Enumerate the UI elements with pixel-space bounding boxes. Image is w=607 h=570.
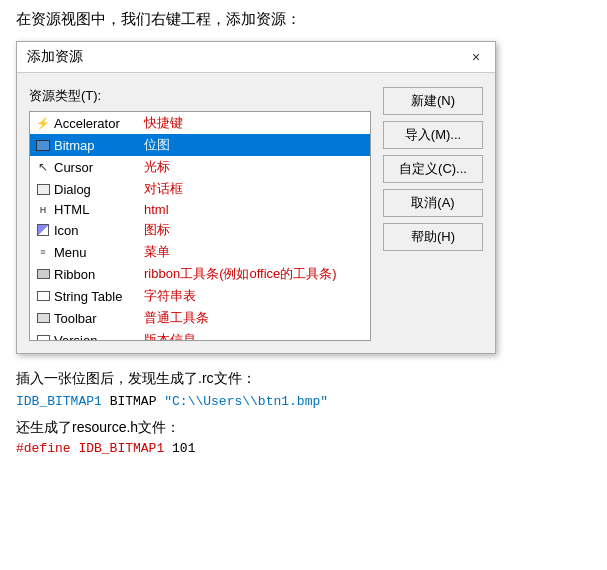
list-item[interactable]: HHTMLhtml [30,200,370,219]
dialog-titlebar: 添加资源 × [17,42,495,73]
item-name: HTML [54,202,144,217]
dialog-body: 资源类型(T): ⚡Accelerator快捷键Bitmap位图↖Cursor光… [17,73,495,353]
rc-file-code: IDB_BITMAP1 BITMAP "C:\\Users\\btn1.bmp" [16,394,591,409]
item-name: Dialog [54,182,144,197]
item-name: Icon [54,223,144,238]
bitmap-icon [34,138,52,152]
list-item[interactable]: Dialog对话框 [30,178,370,200]
list-item[interactable]: Icon图标 [30,219,370,241]
item-desc: 位图 [144,136,170,154]
icon-icon [34,223,52,237]
list-item[interactable]: Bitmap位图 [30,134,370,156]
item-desc: 字符串表 [144,287,196,305]
item-name: Accelerator [54,116,144,131]
stringtable-icon [34,289,52,303]
item-name: Toolbar [54,311,144,326]
dialog-icon [34,182,52,196]
item-name: Bitmap [54,138,144,153]
intro-text: 在资源视图中，我们右键工程，添加资源： [16,10,591,29]
custom-button[interactable]: 自定义(C)... [383,155,483,183]
list-item[interactable]: Toolbar普通工具条 [30,307,370,329]
rc-code-part1: IDB_BITMAP1 [16,394,102,409]
resource-type-label: 资源类型(T): [29,87,371,105]
item-name: Version [54,333,144,342]
list-item[interactable]: ⚡Accelerator快捷键 [30,112,370,134]
list-item[interactable]: Version版本信息 [30,329,370,341]
cancel-button[interactable]: 取消(A) [383,189,483,217]
item-name: Ribbon [54,267,144,282]
dialog-close-button[interactable]: × [467,48,485,66]
item-name: String Table [54,289,144,304]
item-name: Cursor [54,160,144,175]
ribbon-icon [34,267,52,281]
dialog-buttons-panel: 新建(N) 导入(M)... 自定义(C)... 取消(A) 帮助(H) [383,87,483,341]
add-resource-dialog: 添加资源 × 资源类型(T): ⚡Accelerator快捷键Bitmap位图↖… [16,41,496,354]
header-code-part1: #define IDB_BITMAP1 [16,441,164,456]
item-name: Menu [54,245,144,260]
dialog-title: 添加资源 [27,48,83,66]
section1-text: 插入一张位图后，发现生成了.rc文件： [16,370,591,388]
new-button[interactable]: 新建(N) [383,87,483,115]
header-file-code: #define IDB_BITMAP1 101 [16,441,591,456]
item-desc: 版本信息 [144,331,196,341]
help-button[interactable]: 帮助(H) [383,223,483,251]
rc-code-part3: "C:\\Users\\btn1.bmp" [156,394,328,409]
html-icon: H [34,203,52,217]
resource-listbox[interactable]: ⚡Accelerator快捷键Bitmap位图↖Cursor光标Dialog对话… [29,111,371,341]
item-desc: 菜单 [144,243,170,261]
item-desc: 光标 [144,158,170,176]
item-desc: ribbon工具条(例如office的工具条) [144,265,337,283]
item-desc: html [144,202,169,217]
toolbar-icon [34,311,52,325]
rc-code-part2: BITMAP [102,394,157,409]
item-desc: 对话框 [144,180,183,198]
cursor-icon: ↖ [34,160,52,174]
list-item[interactable]: String Table字符串表 [30,285,370,307]
item-desc: 普通工具条 [144,309,209,327]
header-code-part2: 101 [164,441,195,456]
accelerator-icon: ⚡ [34,116,52,130]
list-item[interactable]: ↖Cursor光标 [30,156,370,178]
import-button[interactable]: 导入(M)... [383,121,483,149]
section2-text: 还生成了resource.h文件： [16,419,591,437]
list-item[interactable]: Ribbonribbon工具条(例如office的工具条) [30,263,370,285]
menu-icon: ≡ [34,245,52,259]
list-item[interactable]: ≡Menu菜单 [30,241,370,263]
dialog-left-panel: 资源类型(T): ⚡Accelerator快捷键Bitmap位图↖Cursor光… [29,87,371,341]
item-desc: 图标 [144,221,170,239]
item-desc: 快捷键 [144,114,183,132]
version-icon [34,333,52,341]
